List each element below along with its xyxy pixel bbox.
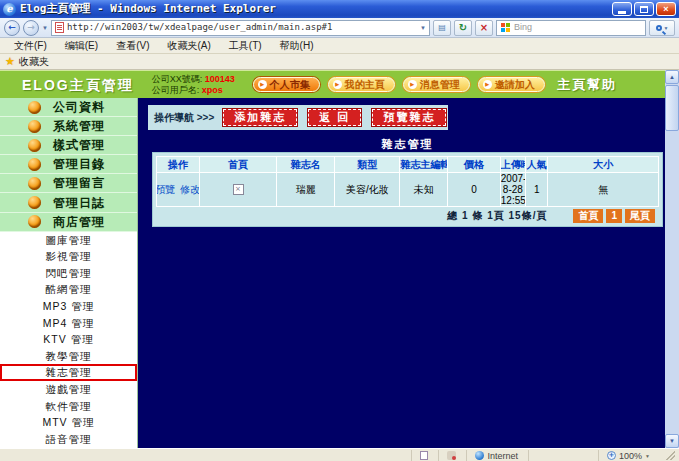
row-actions: 首頁預覽修改刪除 (157, 184, 199, 196)
header-nav-button[interactable]: ▶ 我的主頁 (328, 77, 395, 92)
magazine-table-panel: 操作首頁雜志名類型雜志主編輯價格上傳時間人氣大小 首頁預覽修改刪除 × 瑞麗 美… (152, 152, 663, 227)
resize-grip[interactable] (666, 451, 675, 460)
zone-label: Internet (487, 451, 518, 461)
magazine-type: 美容/化妝 (335, 173, 400, 207)
forward-button[interactable]: → (23, 20, 39, 36)
scroll-down-icon[interactable]: ▼ (665, 434, 679, 448)
row-action-link[interactable]: 預覽 (157, 184, 176, 196)
magazine-size: 無 (548, 173, 659, 207)
action-button[interactable]: 返 回 (308, 109, 361, 126)
sidebar-sub-item[interactable]: 教學管理 (0, 348, 137, 365)
scroll-up-icon[interactable]: ▲ (665, 70, 679, 84)
sidebar-sub-item[interactable]: MP3 管理 (0, 298, 137, 315)
sidebar-main-item[interactable]: 樣式管理 (0, 136, 137, 155)
status-shield-icon (447, 451, 456, 460)
column-header[interactable]: 大小 (548, 157, 659, 173)
close-button[interactable]: × (656, 2, 676, 16)
sidebar-sub-item[interactable]: 遊戲管理 (0, 381, 137, 398)
zoom-level[interactable]: 100% (619, 451, 642, 461)
orange-ball-icon (28, 196, 41, 209)
sidebar-main-label: 樣式管理 (53, 139, 105, 151)
header-nav-label: 我的主頁 (345, 80, 385, 90)
orange-ball-icon (28, 120, 41, 133)
sidebar-main-item[interactable]: 管理目錄 (0, 155, 137, 174)
search-input[interactable]: Bing (496, 20, 646, 36)
url-text[interactable]: http://win2003/tw/xdealpage/user_admin/m… (67, 23, 417, 32)
header-nav-button[interactable]: ▶ 邀請加入 (478, 77, 545, 92)
vertical-scrollbar[interactable]: ▲ ▼ (665, 70, 679, 448)
restore-button[interactable] (634, 2, 654, 16)
company-id-label: 公司XX號碼: (152, 74, 203, 84)
column-header[interactable]: 類型 (335, 157, 400, 173)
header-nav-button[interactable]: ▶ 消息管理 (403, 77, 470, 92)
sidebar-main-label: 系統管理 (53, 120, 105, 132)
history-dropdown-icon[interactable]: ▼ (42, 25, 48, 31)
favorites-star-icon[interactable]: ★ (5, 56, 15, 67)
row-action-link[interactable]: 修改 (180, 184, 199, 196)
menu-item[interactable]: 查看(V) (108, 38, 157, 54)
sidebar-main-item[interactable]: 商店管理 (0, 213, 137, 232)
pagination-button[interactable]: 1 (606, 209, 622, 223)
menu-item[interactable]: 帮助(H) (272, 38, 322, 54)
address-input[interactable]: http://win2003/tw/xdealpage/user_admin/m… (51, 20, 430, 36)
search-go-button[interactable]: ▼ (649, 20, 675, 36)
sidebar-sub-item[interactable]: KTV 管理 (0, 331, 137, 348)
sidebar-sub-item[interactable]: 雜志管理 (0, 364, 137, 381)
magazine-popularity: 1 (525, 173, 548, 207)
menu-item[interactable]: 工具(T) (221, 38, 270, 54)
sidebar-sub-item[interactable]: 軟件管理 (0, 398, 137, 415)
column-header[interactable]: 上傳時間 (500, 157, 525, 173)
sidebar-sub-item[interactable]: 酷網管理 (0, 281, 137, 298)
refresh-button[interactable]: ↻ (454, 20, 472, 36)
sidebar-sub-item[interactable]: 影視管理 (0, 248, 137, 265)
minimize-button[interactable] (612, 2, 632, 16)
pagination-button[interactable]: 首頁 (573, 209, 603, 223)
column-header[interactable]: 操作 (157, 157, 200, 173)
magazine-price: 0 (448, 173, 501, 207)
favorites-bar: ★ 收藏夹 (0, 54, 679, 70)
homepage-help-link[interactable]: 主頁幫助 (557, 78, 617, 91)
orange-ball-icon (28, 215, 41, 228)
action-button[interactable]: 預覽雜志 (372, 109, 446, 126)
magnifier-icon (656, 25, 662, 31)
magazine-editor: 未知 (400, 173, 448, 207)
sidebar-sub-item[interactable]: MP4 管理 (0, 315, 137, 332)
column-header[interactable]: 雜志主編輯 (400, 157, 448, 173)
column-header[interactable]: 雜志名 (277, 157, 335, 173)
sidebar-main-item[interactable]: 管理留言 (0, 174, 137, 193)
page-viewport: ELOG主頁管理 公司XX號碼: 100143 公司用戶名: xpos ▶ 个人… (0, 70, 679, 448)
scrollbar-thumb[interactable] (665, 85, 679, 131)
sidebar-sub-item[interactable]: 閃吧管理 (0, 265, 137, 282)
status-doc-icon (420, 451, 428, 460)
zoom-icon[interactable]: + (607, 451, 616, 460)
sidebar-main-menu: 公司資料 系統管理 樣式管理 管理目錄 (0, 98, 137, 232)
pagination-summary: 總 1 條 1頁 15條/頁 (447, 211, 547, 221)
sidebar-sub-item[interactable]: 語音管理 (0, 431, 137, 448)
menu-item[interactable]: 文件(F) (6, 38, 55, 54)
restore-icon (640, 6, 648, 13)
username-label: 公司用戶名: (152, 85, 200, 95)
sidebar-sub-item[interactable]: 圖庫管理 (0, 232, 137, 249)
column-header[interactable]: 首頁 (199, 157, 277, 173)
action-button[interactable]: 添加雜志 (223, 109, 297, 126)
address-dropdown-icon[interactable]: ▼ (420, 25, 426, 31)
header-nav-button[interactable]: ▶ 个人市集 (253, 77, 320, 92)
pagination-button[interactable]: 尾頁 (625, 209, 655, 223)
menu-item[interactable]: 编辑(E) (57, 38, 106, 54)
sidebar-main-item[interactable]: 公司資料 (0, 98, 137, 117)
sidebar-sub-item[interactable]: MTV 管理 (0, 414, 137, 431)
compatibility-button[interactable]: ▤ (433, 20, 451, 36)
search-options-icon[interactable]: ▼ (664, 25, 669, 31)
zoom-dropdown-icon[interactable]: ▼ (645, 451, 650, 461)
favorites-label[interactable]: 收藏夹 (19, 57, 49, 67)
column-header[interactable]: 人氣 (525, 157, 548, 173)
menu-item[interactable]: 收藏夹(A) (159, 38, 218, 54)
back-button[interactable]: ← (4, 20, 20, 36)
column-header[interactable]: 價格 (448, 157, 501, 173)
sidebar-main-item[interactable]: 管理日誌 (0, 193, 137, 212)
orange-ball-icon (28, 177, 41, 190)
stop-button[interactable]: × (475, 20, 493, 36)
account-info: 公司XX號碼: 100143 公司用戶名: xpos (152, 74, 235, 96)
play-icon: ▶ (333, 80, 342, 89)
sidebar-main-item[interactable]: 系統管理 (0, 117, 137, 136)
